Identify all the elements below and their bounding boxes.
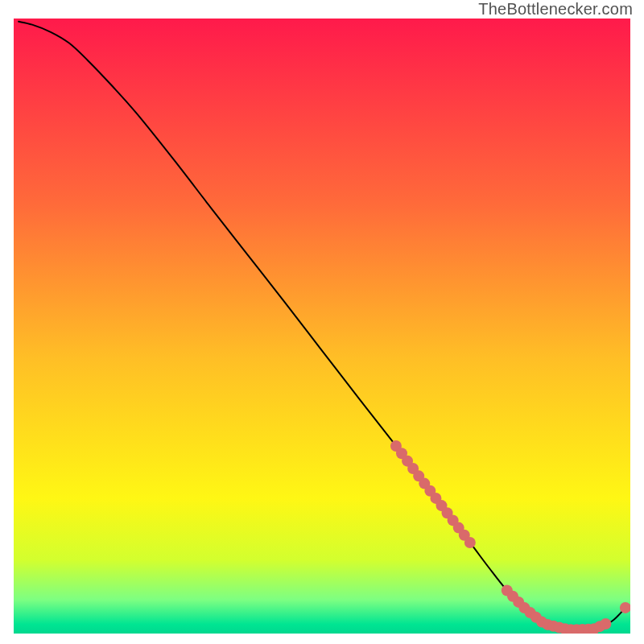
- chart-background: [14, 19, 630, 634]
- watermark-text: TheBottlenecker.com: [478, 0, 633, 19]
